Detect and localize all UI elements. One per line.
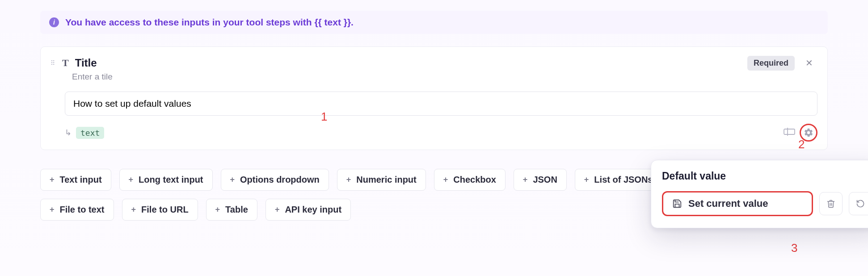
plus-icon: + xyxy=(443,175,448,184)
trash-icon xyxy=(826,199,835,208)
close-icon[interactable]: ✕ xyxy=(801,55,817,71)
plus-icon: + xyxy=(50,205,55,214)
input-card: ⠿ T Title Required ✕ Enter a tile ↳ text xyxy=(40,46,828,150)
delete-default-button[interactable] xyxy=(819,192,843,215)
reset-default-button[interactable] xyxy=(849,192,868,215)
value-input[interactable] xyxy=(73,98,809,109)
field-title: Title xyxy=(75,57,741,69)
plus-icon: + xyxy=(230,175,235,184)
add-file-to-text[interactable]: +File to text xyxy=(40,199,114,221)
input-type-list: +Text input +Long text input +Options dr… xyxy=(40,169,666,221)
required-badge: Required xyxy=(747,56,795,71)
plus-icon: + xyxy=(346,175,351,184)
plus-icon: + xyxy=(523,175,528,184)
plus-icon: + xyxy=(50,175,55,184)
add-file-to-url[interactable]: +File to URL xyxy=(122,199,198,221)
drag-handle-icon[interactable]: ⠿ xyxy=(51,61,56,65)
add-list-of-jsons[interactable]: +List of JSONs xyxy=(575,169,662,191)
plus-icon: + xyxy=(129,175,134,184)
info-text: You have access to these inputs in your … xyxy=(65,17,354,28)
callout-2: 2 xyxy=(798,138,805,151)
rename-icon[interactable] xyxy=(784,127,795,138)
variable-chip[interactable]: text xyxy=(76,127,104,139)
info-bar: i You have access to these inputs in you… xyxy=(40,11,828,34)
add-text-input[interactable]: +Text input xyxy=(40,169,111,191)
return-arrow-icon: ↳ xyxy=(65,128,72,138)
save-icon xyxy=(672,199,682,209)
add-table[interactable]: +Table xyxy=(206,199,257,221)
add-long-text-input[interactable]: +Long text input xyxy=(119,169,213,191)
callout-1: 1 xyxy=(321,110,327,124)
add-api-key-input[interactable]: +API key input xyxy=(265,199,351,221)
default-value-popover: Default value Set current value xyxy=(651,160,868,228)
svg-rect-0 xyxy=(784,129,795,134)
info-icon: i xyxy=(49,17,59,27)
value-input-wrapper[interactable] xyxy=(65,92,817,116)
gear-icon xyxy=(804,128,813,138)
add-numeric-input[interactable]: +Numeric input xyxy=(337,169,426,191)
plus-icon: + xyxy=(131,205,136,214)
plus-icon: + xyxy=(275,205,280,214)
plus-icon: + xyxy=(584,175,589,184)
popover-heading: Default value xyxy=(662,170,868,182)
add-json[interactable]: +JSON xyxy=(514,169,567,191)
set-current-value-button[interactable]: Set current value xyxy=(662,191,813,216)
text-type-icon: T xyxy=(62,57,69,69)
plus-icon: + xyxy=(215,205,220,214)
add-options-dropdown[interactable]: +Options dropdown xyxy=(221,169,329,191)
field-subtitle: Enter a tile xyxy=(72,72,817,82)
add-checkbox[interactable]: +Checkbox xyxy=(434,169,506,191)
callout-3: 3 xyxy=(791,241,797,255)
reset-icon xyxy=(856,199,865,208)
